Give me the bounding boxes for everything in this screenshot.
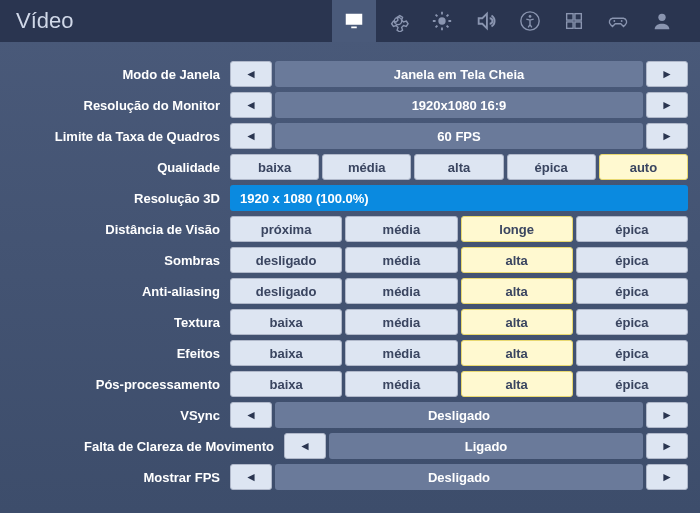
person-icon <box>651 10 673 32</box>
option-média[interactable]: média <box>345 371 457 397</box>
option-alta[interactable]: alta <box>414 154 503 180</box>
settings-content: Modo de Janela ◄ Janela em Tela Cheia ► … <box>0 42 700 502</box>
label-vsync: VSync <box>12 408 230 423</box>
option-alta[interactable]: alta <box>461 309 573 335</box>
prev-frame-limit[interactable]: ◄ <box>230 123 272 149</box>
row-window-mode: Modo de Janela ◄ Janela em Tela Cheia ► <box>12 60 688 88</box>
label-effects: Efeitos <box>12 346 230 361</box>
tab-brightness[interactable] <box>420 0 464 42</box>
prev-show-fps[interactable]: ◄ <box>230 464 272 490</box>
controller-icon <box>607 10 629 32</box>
option-próxima[interactable]: próxima <box>230 216 342 242</box>
svg-point-9 <box>658 14 665 21</box>
next-frame-limit[interactable]: ► <box>646 123 688 149</box>
option-épica[interactable]: épica <box>576 216 688 242</box>
page-title: Vídeo <box>16 8 332 34</box>
label-postproc: Pós-processamento <box>12 377 230 392</box>
option-épica[interactable]: épica <box>576 340 688 366</box>
tab-audio[interactable] <box>464 0 508 42</box>
next-vsync[interactable]: ► <box>646 402 688 428</box>
value-vsync[interactable]: Desligado <box>275 402 643 428</box>
option-média[interactable]: média <box>345 340 457 366</box>
label-show-fps: Mostrar FPS <box>12 470 230 485</box>
option-épica[interactable]: épica <box>507 154 596 180</box>
gear-icon <box>387 10 409 32</box>
next-motion-blur[interactable]: ► <box>646 433 688 459</box>
option-épica[interactable]: épica <box>576 278 688 304</box>
option-longe[interactable]: longe <box>461 216 573 242</box>
input-icon <box>563 10 585 32</box>
option-baixa[interactable]: baixa <box>230 371 342 397</box>
option-desligado[interactable]: desligado <box>230 278 342 304</box>
prev-window-mode[interactable]: ◄ <box>230 61 272 87</box>
next-monitor-res[interactable]: ► <box>646 92 688 118</box>
tabs <box>332 0 684 42</box>
prev-motion-blur[interactable]: ◄ <box>284 433 326 459</box>
option-épica[interactable]: épica <box>576 371 688 397</box>
option-alta[interactable]: alta <box>461 371 573 397</box>
option-alta[interactable]: alta <box>461 340 573 366</box>
tab-video[interactable] <box>332 0 376 42</box>
label-quality: Qualidade <box>12 160 230 175</box>
tab-account[interactable] <box>640 0 684 42</box>
option-média[interactable]: média <box>345 247 457 273</box>
next-show-fps[interactable]: ► <box>646 464 688 490</box>
label-window-mode: Modo de Janela <box>12 67 230 82</box>
tab-accessibility[interactable] <box>508 0 552 42</box>
next-window-mode[interactable]: ► <box>646 61 688 87</box>
row-monitor-res: Resolução do Monitor ◄ 1920x1080 16:9 ► <box>12 91 688 119</box>
option-alta[interactable]: alta <box>461 278 573 304</box>
svg-point-2 <box>529 15 532 18</box>
option-média[interactable]: média <box>322 154 411 180</box>
row-postproc: Pós-processamento baixamédiaaltaépica <box>12 370 688 398</box>
prev-vsync[interactable]: ◄ <box>230 402 272 428</box>
label-texture: Textura <box>12 315 230 330</box>
tab-general[interactable] <box>376 0 420 42</box>
label-shadows: Sombras <box>12 253 230 268</box>
brightness-icon <box>431 10 453 32</box>
accessibility-icon <box>519 10 541 32</box>
option-desligado[interactable]: desligado <box>230 247 342 273</box>
label-res3d: Resolução 3D <box>12 191 230 206</box>
svg-rect-4 <box>575 14 581 20</box>
value-window-mode[interactable]: Janela em Tela Cheia <box>275 61 643 87</box>
prev-monitor-res[interactable]: ◄ <box>230 92 272 118</box>
row-texture: Textura baixamédiaaltaépica <box>12 308 688 336</box>
option-baixa[interactable]: baixa <box>230 154 319 180</box>
option-épica[interactable]: épica <box>576 247 688 273</box>
tab-input[interactable] <box>552 0 596 42</box>
row-aa: Anti-aliasing desligadomédiaaltaépica <box>12 277 688 305</box>
label-motion-blur: Falta de Clareza de Movimento <box>12 439 284 454</box>
row-frame-limit: Limite da Taxa de Quadros ◄ 60 FPS ► <box>12 122 688 150</box>
svg-point-0 <box>438 17 445 24</box>
label-monitor-res: Resolução do Monitor <box>12 98 230 113</box>
label-aa: Anti-aliasing <box>12 284 230 299</box>
option-alta[interactable]: alta <box>461 247 573 273</box>
option-épica[interactable]: épica <box>576 309 688 335</box>
row-quality: Qualidade baixamédiaaltaépicaauto <box>12 153 688 181</box>
row-motion-blur: Falta de Clareza de Movimento ◄ Ligado ► <box>12 432 688 460</box>
row-show-fps: Mostrar FPS ◄ Desligado ► <box>12 463 688 491</box>
value-show-fps[interactable]: Desligado <box>275 464 643 490</box>
value-frame-limit[interactable]: 60 FPS <box>275 123 643 149</box>
option-auto[interactable]: auto <box>599 154 688 180</box>
label-frame-limit: Limite da Taxa de Quadros <box>12 129 230 144</box>
tab-controller[interactable] <box>596 0 640 42</box>
option-baixa[interactable]: baixa <box>230 309 342 335</box>
svg-rect-5 <box>567 22 573 28</box>
option-média[interactable]: média <box>345 278 457 304</box>
slider-res3d[interactable]: 1920 x 1080 (100.0%) <box>230 185 688 211</box>
value-motion-blur[interactable]: Ligado <box>329 433 643 459</box>
row-view-dist: Distância de Visão próximamédialongeépic… <box>12 215 688 243</box>
svg-point-7 <box>613 20 615 22</box>
row-shadows: Sombras desligadomédiaaltaépica <box>12 246 688 274</box>
row-res3d: Resolução 3D 1920 x 1080 (100.0%) <box>12 184 688 212</box>
speaker-icon <box>475 10 497 32</box>
header: Vídeo <box>0 0 700 42</box>
option-média[interactable]: média <box>345 216 457 242</box>
value-monitor-res[interactable]: 1920x1080 16:9 <box>275 92 643 118</box>
row-effects: Efeitos baixamédiaaltaépica <box>12 339 688 367</box>
option-baixa[interactable]: baixa <box>230 340 342 366</box>
row-vsync: VSync ◄ Desligado ► <box>12 401 688 429</box>
option-média[interactable]: média <box>345 309 457 335</box>
